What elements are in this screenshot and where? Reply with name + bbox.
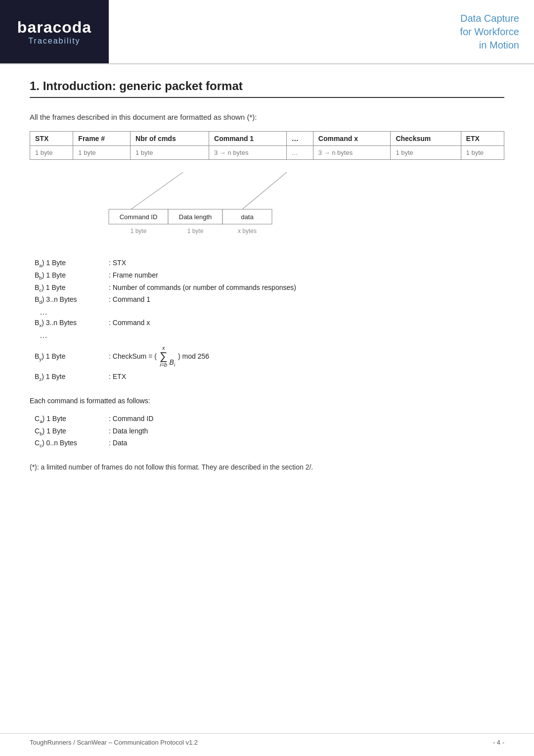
td-cmdx-bytes: 3 → n bytes	[313, 146, 391, 160]
footer-right: - 4 -	[493, 739, 504, 746]
page-header: baracoda Traceability Data Capture for W…	[0, 0, 534, 64]
command-item-cb: Cb) 1 Byte : Data length	[35, 427, 504, 436]
packet-table-data-row: 1 byte 1 byte 1 byte 3 → n bytes … 3 → n…	[30, 146, 504, 160]
intro-text: All the frames described in this documen…	[30, 113, 504, 121]
section-title: 1. Introduction: generic packet format	[30, 79, 504, 98]
svg-text:Data length: Data length	[179, 213, 212, 221]
byte-label-ba: Ba) 1 Byte	[35, 259, 109, 268]
command-item-ca: Ca) 1 Byte : Command ID	[35, 415, 504, 424]
byte-label-by: By) 1 Byte	[35, 352, 109, 362]
sigma-symbol: x ∑ i=b	[160, 345, 168, 368]
byte-desc-ba: : STX	[109, 259, 126, 267]
diagram-area: Command ID Data length data 1 byte 1 byt…	[30, 170, 504, 249]
byte-item-bc: Bc) 1 Byte : Number of commands (or numb…	[35, 284, 504, 293]
td-checksum-bytes: 1 byte	[391, 146, 461, 160]
command-item-cc: Cc) 0..n Bytes : Data	[35, 439, 504, 448]
command-desc-cc: : Data	[109, 439, 127, 447]
header-line2: for Workforce	[460, 26, 519, 38]
byte-desc-bb: : Frame number	[109, 271, 158, 279]
byte-list: Ba) 1 Byte : STX Bb) 1 Byte : Frame numb…	[30, 259, 504, 382]
packet-table-header-row: STX Frame # Nbr of cmds Command 1 … Comm…	[30, 132, 504, 146]
section-heading: Introduction: generic packet format	[43, 79, 243, 93]
td-ellipsis-bytes: …	[286, 146, 313, 160]
logo-area: baracoda Traceability	[0, 0, 109, 63]
footer-left: ToughRunners / ScanWear – Communication …	[30, 739, 198, 746]
th-ellipsis: …	[286, 132, 313, 146]
svg-text:1 byte: 1 byte	[187, 228, 204, 235]
command-list: Ca) 1 Byte : Command ID Cb) 1 Byte : Dat…	[30, 415, 504, 448]
command-label-cb: Cb) 1 Byte	[35, 427, 109, 436]
svg-line-0	[131, 172, 183, 209]
svg-text:data: data	[241, 213, 254, 221]
byte-desc-bc: : Number of commands (or number of comma…	[109, 284, 296, 291]
byte-desc-bd: : Command 1	[109, 295, 150, 303]
th-etx: ETX	[461, 132, 504, 146]
byte-item-by: By) 1 Byte : CheckSum = ( x ∑ i=b Bi ) m…	[35, 345, 504, 368]
byte-item-ba: Ba) 1 Byte : STX	[35, 259, 504, 268]
each-command-title: Each command is formatted as follows:	[30, 397, 504, 405]
byte-item-bb: Bb) 1 Byte : Frame number	[35, 271, 504, 281]
th-cmdx: Command x	[313, 132, 391, 146]
th-nbr: Nbr of cmds	[131, 132, 209, 146]
th-frame: Frame #	[73, 132, 131, 146]
each-command-section: Each command is formatted as follows: Ca…	[30, 397, 504, 448]
byte-item-bd: Bd) 3..n Bytes : Command 1	[35, 295, 504, 305]
svg-text:1 byte: 1 byte	[131, 228, 147, 235]
sigma-char: ∑	[160, 351, 168, 362]
header-right: Data Capture for Workforce in Motion	[109, 0, 534, 63]
th-stx: STX	[30, 132, 73, 146]
th-checksum: Checksum	[391, 132, 461, 146]
header-line1: Data Capture	[460, 13, 519, 24]
svg-text:x bytes: x bytes	[238, 228, 257, 235]
command-label-cc: Cc) 0..n Bytes	[35, 439, 109, 448]
header-line3: in Motion	[479, 40, 519, 51]
th-cmd1: Command 1	[209, 132, 287, 146]
td-frame-bytes: 1 byte	[73, 146, 131, 160]
byte-label-bb: Bb) 1 Byte	[35, 271, 109, 281]
byte-label-bd: Bd) 3..n Bytes	[35, 295, 109, 305]
byte-label-bx: Bx) 3..n Bytes	[35, 319, 109, 328]
byte-label-bc: Bc) 1 Byte	[35, 284, 109, 293]
footnote: (*): a limited number of frames do not f…	[30, 463, 504, 471]
byte-desc-by: : CheckSum = ( x ∑ i=b Bi ) mod 256	[109, 345, 209, 368]
packet-table: STX Frame # Nbr of cmds Command 1 … Comm…	[30, 131, 504, 160]
logo-tagline: Traceability	[28, 37, 80, 46]
svg-line-1	[242, 172, 287, 209]
command-desc-ca: : Command ID	[109, 415, 153, 423]
command-desc-cb: : Data length	[109, 427, 148, 435]
main-content: 1. Introduction: generic packet format A…	[0, 64, 534, 486]
formula-math: x ∑ i=b Bi	[159, 345, 176, 368]
page-footer: ToughRunners / ScanWear – Communication …	[0, 733, 534, 746]
ellipsis-row-1: …	[40, 308, 504, 317]
formula-bi: Bi	[170, 358, 176, 368]
sigma-bottom: i=b	[160, 362, 167, 368]
byte-desc-bz: : ETX	[109, 373, 126, 380]
command-label-ca: Ca) 1 Byte	[35, 415, 109, 424]
byte-item-bz: Bz) 1 Byte : ETX	[35, 373, 504, 382]
diagram-svg: Command ID Data length data 1 byte 1 byt…	[30, 170, 504, 249]
byte-label-bz: Bz) 1 Byte	[35, 373, 109, 382]
td-cmd1-bytes: 3 → n bytes	[209, 146, 287, 160]
byte-desc-bx: : Command x	[109, 319, 150, 327]
svg-text:Command ID: Command ID	[120, 213, 158, 221]
td-stx-bytes: 1 byte	[30, 146, 73, 160]
logo-brand: baracoda	[17, 18, 91, 37]
packet-table-container: STX Frame # Nbr of cmds Command 1 … Comm…	[30, 131, 504, 160]
byte-item-bx: Bx) 3..n Bytes : Command x	[35, 319, 504, 328]
ellipsis-row-2: …	[40, 331, 504, 340]
section-number: 1.	[30, 79, 40, 93]
td-etx-bytes: 1 byte	[461, 146, 504, 160]
td-nbr-bytes: 1 byte	[131, 146, 209, 160]
